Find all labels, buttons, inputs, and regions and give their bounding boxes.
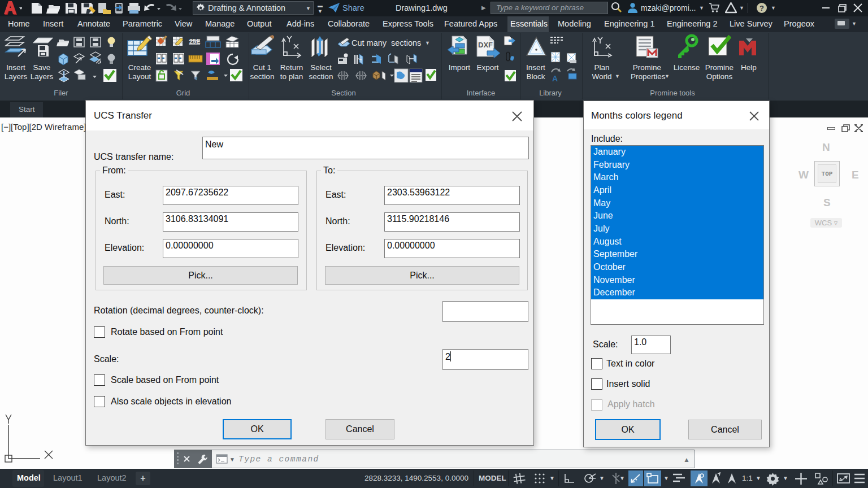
- svg-text:DXF: DXF: [478, 41, 493, 49]
- svg-text:25E: 25E: [189, 38, 201, 45]
- svg-text:A: A: [552, 74, 558, 83]
- svg-text:❄: ❄: [194, 76, 198, 81]
- svg-text:?: ?: [760, 4, 764, 12]
